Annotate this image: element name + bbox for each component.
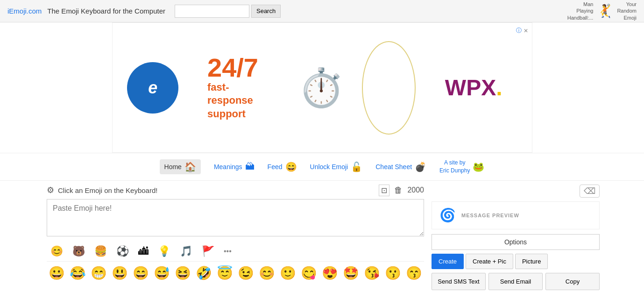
- emoji-cell[interactable]: 😂: [68, 264, 88, 282]
- search-area: Search: [175, 5, 281, 18]
- panel-header: ⌫: [432, 185, 600, 198]
- nav-label-meanings: Meanings: [214, 163, 242, 171]
- emoji-cell[interactable]: 😆: [173, 264, 193, 282]
- nav-item-siteby[interactable]: A site byEric Dunphy 🐸: [439, 159, 484, 175]
- ad-banner: ⓘ ✕ e 24/7 fast-responsesupport ⏱️ WPX.: [0, 22, 644, 153]
- picture-button[interactable]: Picture: [515, 254, 548, 269]
- keyboard-area: ⚙ Click an Emoji on the Keyboard! ⊡ 🗑 20…: [47, 185, 424, 290]
- emoji-cell[interactable]: 😃: [110, 264, 130, 282]
- nav-label-siteby: A site byEric Dunphy: [439, 159, 470, 175]
- kb-title-row: ⚙ Click an Emoji on the Keyboard!: [47, 185, 157, 195]
- options-button[interactable]: Options: [432, 234, 600, 250]
- ad-close-btn[interactable]: ✕: [524, 28, 528, 34]
- copy-icon[interactable]: ⊡: [379, 185, 389, 196]
- tab-smileys[interactable]: 😊: [47, 243, 67, 259]
- emoji-cell[interactable]: 🤩: [341, 264, 361, 282]
- emoji-cell[interactable]: 😗: [383, 264, 403, 282]
- char-count: 2000: [407, 186, 424, 194]
- emoji-category-tabs: 😊 🐻 🍔 ⚽ 🏙 💡 🎵 🚩 •••: [47, 242, 424, 262]
- main-content: ⚙ Click an Emoji on the Keyboard! ⊡ 🗑 20…: [0, 181, 644, 292]
- tab-flags[interactable]: 🚩: [198, 243, 218, 259]
- nav-item-home[interactable]: Home 🏠: [160, 159, 201, 174]
- emoji-row-1: 😀 😂 😁 😃 😄 😅 😆 🤣 😇 😉 😊 🙂 😋 😍 🤩 😘 😗 😙: [47, 264, 424, 282]
- nav-item-unlock[interactable]: Unlock Emoji 🔓: [310, 161, 363, 172]
- nav-emoji-siteby: 🐸: [473, 161, 484, 172]
- nav-emoji-unlock: 🔓: [351, 161, 362, 172]
- nav-label-cheatsheet: Cheat Sheet: [375, 163, 412, 171]
- message-preview-box: 🌀 MESSAGE PREVIEW: [432, 201, 600, 229]
- emoji-cell[interactable]: 😇: [215, 264, 235, 282]
- emoji-cell[interactable]: 🤣: [194, 264, 214, 282]
- tab-travel[interactable]: 🏙: [134, 243, 152, 259]
- send-email-button[interactable]: Send Email: [488, 273, 543, 290]
- emoji-cell[interactable]: 🙂: [278, 264, 298, 282]
- ad-arc: [362, 41, 416, 135]
- random-section: Man Playing Handball:... 🤾 Your Random E…: [567, 1, 637, 21]
- trash-icon[interactable]: 🗑: [394, 185, 403, 195]
- ad-right: WPX.: [416, 75, 532, 100]
- ad-brand: WPX.: [445, 75, 502, 100]
- kb-header: ⚙ Click an Emoji on the Keyboard! ⊡ 🗑 20…: [47, 185, 424, 196]
- ad-247: 24/7: [207, 55, 272, 81]
- send-sms-button[interactable]: Send SMS Text: [432, 273, 486, 290]
- nav-item-feed[interactable]: Feed 😄: [268, 161, 297, 172]
- random-line3: Handball:...: [567, 14, 594, 21]
- ad-logo-circle: e: [127, 62, 178, 114]
- emoji-cell[interactable]: 😊: [257, 264, 277, 282]
- nav-bar: Home 🏠 Meanings 🏔 Feed 😄 Unlock Emoji 🔓 …: [0, 153, 644, 181]
- nav-label-feed: Feed: [268, 163, 283, 171]
- nav-emoji-feed: 😄: [285, 161, 297, 172]
- kb-controls: ⊡ 🗑 2000: [379, 185, 424, 196]
- emoji-textarea[interactable]: [47, 199, 424, 236]
- nav-emoji-cheatsheet: 💣: [415, 161, 426, 172]
- tab-food[interactable]: 🍔: [91, 243, 111, 259]
- nav-emoji-meanings: 🏔: [245, 161, 255, 172]
- tab-animals[interactable]: 🐻: [69, 243, 89, 259]
- tab-sports[interactable]: ⚽: [113, 243, 133, 259]
- emoji-cell[interactable]: 😅: [152, 264, 172, 282]
- site-logo-link[interactable]: iEmoji.com: [7, 7, 42, 15]
- ad-clock-area: ⏱️: [286, 66, 357, 110]
- settings-icon[interactable]: ⚙: [47, 185, 54, 195]
- ad-info-icon: ⓘ: [516, 27, 522, 35]
- kb-title: Click an Emoji on the Keyboard!: [58, 186, 157, 194]
- random-emoji[interactable]: 🤾: [597, 3, 613, 19]
- random-line1: Man: [567, 1, 594, 7]
- emoji-cell[interactable]: 😙: [404, 264, 424, 282]
- site-header: iEmoji.com The Emoji Keyboard for the Co…: [0, 0, 644, 22]
- preview-label: MESSAGE PREVIEW: [461, 213, 519, 218]
- emoji-cell[interactable]: 😉: [236, 264, 256, 282]
- tab-symbols[interactable]: 🎵: [176, 243, 196, 259]
- random-text: Man Playing Handball:...: [567, 1, 594, 21]
- emoji-cell[interactable]: 😍: [320, 264, 340, 282]
- emoji-cell[interactable]: 😄: [131, 264, 151, 282]
- search-button[interactable]: Search: [251, 5, 281, 18]
- tab-more[interactable]: •••: [220, 243, 235, 259]
- create-button[interactable]: Create: [432, 254, 464, 269]
- clock-emoji: ⏱️: [298, 66, 345, 110]
- ad-logo-letter: e: [148, 78, 157, 98]
- nav-item-meanings[interactable]: Meanings 🏔: [214, 161, 255, 172]
- preview-spiral-icon: 🌀: [439, 207, 456, 223]
- nav-item-cheatsheet[interactable]: Cheat Sheet 💣: [375, 161, 426, 172]
- ad-close-area: ⓘ ✕: [516, 27, 528, 35]
- create-pic-button[interactable]: Create + Pic: [466, 254, 513, 269]
- ad-support: fast-responsesupport: [207, 81, 272, 121]
- panel-close-btn[interactable]: ⌫: [580, 185, 600, 198]
- random-label: Your Random Emoji: [617, 1, 637, 21]
- emoji-cell[interactable]: 😘: [362, 264, 382, 282]
- copy-button[interactable]: Copy: [545, 273, 600, 290]
- nav-label-home: Home: [164, 163, 182, 171]
- search-input[interactable]: [175, 5, 249, 18]
- bottom-buttons: Send SMS Text Send Email Copy: [432, 273, 600, 290]
- site-tagline: The Emoji Keyboard for the Computer: [47, 7, 165, 15]
- ad-logo: e: [113, 55, 194, 121]
- kb-textarea-wrap: [47, 199, 424, 238]
- emoji-cell[interactable]: 😀: [47, 264, 67, 282]
- emoji-cell[interactable]: 😁: [89, 264, 109, 282]
- emoji-cell[interactable]: 😋: [299, 264, 319, 282]
- ad-text: 24/7 fast-responsesupport: [193, 45, 286, 130]
- tab-objects[interactable]: 💡: [154, 243, 174, 259]
- action-buttons: Create Create + Pic Picture: [432, 254, 600, 269]
- ad-inner: ⓘ ✕ e 24/7 fast-responsesupport ⏱️ WPX.: [112, 22, 532, 153]
